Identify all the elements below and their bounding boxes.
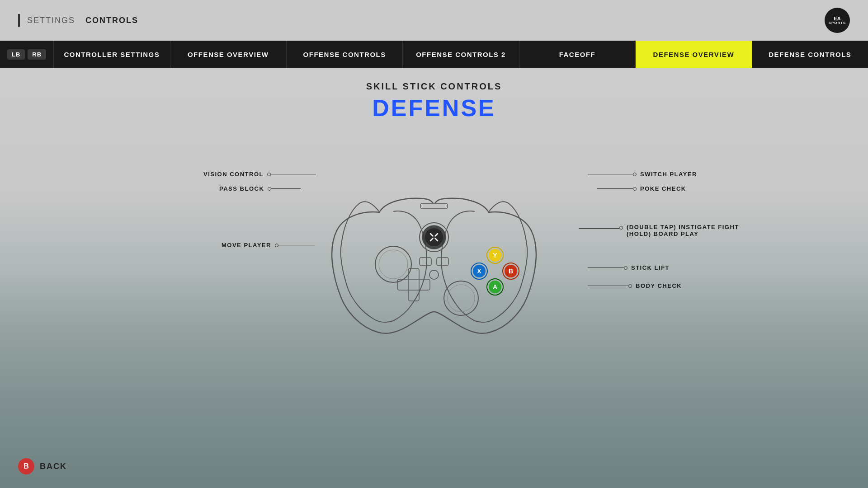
rb-button[interactable]: RB: [28, 49, 46, 60]
top-bar: SETTINGS CONTROLS EA SPORTS: [0, 0, 868, 41]
tab-offense-overview[interactable]: OFFENSE OVERVIEW: [170, 41, 286, 68]
pass-block-label: PASS BLOCK: [219, 185, 264, 192]
b-button-icon: B: [18, 458, 34, 474]
lb-button[interactable]: LB: [7, 49, 25, 60]
tab-defense-overview[interactable]: DEFENSE OVERVIEW: [635, 41, 751, 68]
breadcrumb-bar: [18, 14, 20, 27]
annotation-pass-block: PASS BLOCK: [219, 185, 301, 192]
svg-point-11: [429, 270, 439, 279]
annotation-instigate-fight: (DOUBLE TAP) INSTIGATE FIGHT (HOLD) BOAR…: [579, 224, 739, 237]
svg-point-14: [433, 236, 435, 239]
breadcrumb: SETTINGS CONTROLS: [18, 14, 138, 27]
ea-sports-logo: EA SPORTS: [825, 8, 850, 33]
svg-rect-9: [420, 258, 431, 266]
controller-svg: Y B X A: [307, 158, 561, 348]
nav-tabs: LB RB CONTROLLER SETTINGS OFFENSE OVERVI…: [0, 41, 868, 68]
annotation-switch-player: SWITCH PLAYER: [588, 171, 697, 178]
instigate-fight-label-1: (DOUBLE TAP) INSTIGATE FIGHT: [627, 224, 739, 230]
subtitle: SKILL STICK CONTROLS: [366, 81, 502, 92]
svg-point-4: [379, 250, 408, 279]
annotation-move-player: MOVE PLAYER: [222, 242, 315, 249]
svg-rect-0: [420, 203, 448, 209]
stick-lift-label: STICK LIFT: [631, 264, 670, 271]
tab-faceoff[interactable]: FACEOFF: [519, 41, 635, 68]
annotation-body-check: BODY CHECK: [588, 282, 682, 289]
vision-control-label: VISION CONTROL: [203, 171, 264, 178]
annotation-stick-lift: STICK LIFT: [588, 264, 670, 271]
svg-rect-8: [397, 279, 430, 290]
main-content: SKILL STICK CONTROLS DEFENSE: [0, 68, 868, 488]
svg-text:Y: Y: [493, 252, 497, 259]
controller-area: Y B X A VISION CONTROL: [231, 131, 637, 357]
bottom-bar: B BACK: [18, 458, 67, 474]
svg-text:A: A: [493, 283, 497, 291]
move-player-label: MOVE PLAYER: [222, 242, 271, 249]
switch-player-label: SWITCH PLAYER: [640, 171, 697, 178]
poke-check-label: POKE CHECK: [640, 185, 686, 192]
breadcrumb-controls: CONTROLS: [85, 16, 138, 25]
svg-text:B: B: [509, 267, 513, 275]
annotation-poke-check: POKE CHECK: [597, 185, 686, 192]
back-label[interactable]: BACK: [40, 462, 67, 471]
svg-rect-10: [437, 258, 448, 266]
svg-point-3: [375, 246, 411, 282]
breadcrumb-settings: SETTINGS: [27, 16, 75, 25]
tab-offense-controls[interactable]: OFFENSE CONTROLS: [286, 41, 402, 68]
tab-controller-settings[interactable]: CONTROLLER SETTINGS: [53, 41, 170, 68]
instigate-fight-label-2: (HOLD) BOARD PLAY: [627, 230, 739, 237]
tab-offense-controls-2[interactable]: OFFENSE CONTROLS 2: [402, 41, 519, 68]
svg-text:X: X: [477, 267, 481, 275]
body-check-label: BODY CHECK: [636, 282, 682, 289]
annotation-vision-control: VISION CONTROL: [203, 171, 316, 178]
lb-rb-buttons: LB RB: [0, 41, 53, 68]
title-defense: DEFENSE: [372, 94, 496, 122]
breadcrumb-separator: [79, 16, 82, 25]
tab-defense-controls[interactable]: DEFENSE CONTROLS: [752, 41, 868, 68]
